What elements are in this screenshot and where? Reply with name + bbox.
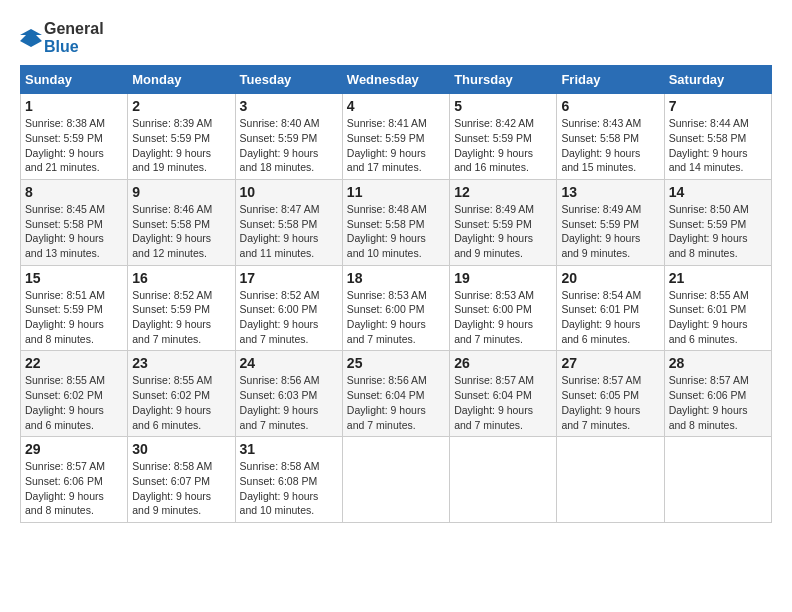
calendar-cell: 12 Sunrise: 8:49 AMSunset: 5:59 PMDaylig… xyxy=(450,179,557,265)
day-detail: Sunrise: 8:51 AMSunset: 5:59 PMDaylight:… xyxy=(25,289,105,345)
day-detail: Sunrise: 8:58 AMSunset: 6:08 PMDaylight:… xyxy=(240,460,320,516)
calendar-cell: 18 Sunrise: 8:53 AMSunset: 6:00 PMDaylig… xyxy=(342,265,449,351)
day-detail: Sunrise: 8:49 AMSunset: 5:59 PMDaylight:… xyxy=(454,203,534,259)
day-detail: Sunrise: 8:46 AMSunset: 5:58 PMDaylight:… xyxy=(132,203,212,259)
day-number: 14 xyxy=(669,184,767,200)
day-number: 21 xyxy=(669,270,767,286)
calendar-cell: 14 Sunrise: 8:50 AMSunset: 5:59 PMDaylig… xyxy=(664,179,771,265)
calendar-cell: 26 Sunrise: 8:57 AMSunset: 6:04 PMDaylig… xyxy=(450,351,557,437)
day-number: 2 xyxy=(132,98,230,114)
calendar-table: SundayMondayTuesdayWednesdayThursdayFrid… xyxy=(20,65,772,523)
calendar-cell: 31 Sunrise: 8:58 AMSunset: 6:08 PMDaylig… xyxy=(235,437,342,523)
day-number: 29 xyxy=(25,441,123,457)
day-number: 17 xyxy=(240,270,338,286)
day-number: 12 xyxy=(454,184,552,200)
day-number: 30 xyxy=(132,441,230,457)
day-number: 28 xyxy=(669,355,767,371)
day-detail: Sunrise: 8:55 AMSunset: 6:01 PMDaylight:… xyxy=(669,289,749,345)
svg-marker-0 xyxy=(20,29,42,47)
weekday-header: Thursday xyxy=(450,66,557,94)
day-detail: Sunrise: 8:40 AMSunset: 5:59 PMDaylight:… xyxy=(240,117,320,173)
day-detail: Sunrise: 8:49 AMSunset: 5:59 PMDaylight:… xyxy=(561,203,641,259)
day-number: 24 xyxy=(240,355,338,371)
calendar-week-row: 1 Sunrise: 8:38 AMSunset: 5:59 PMDayligh… xyxy=(21,94,772,180)
day-detail: Sunrise: 8:57 AMSunset: 6:06 PMDaylight:… xyxy=(669,374,749,430)
day-number: 20 xyxy=(561,270,659,286)
calendar-cell: 27 Sunrise: 8:57 AMSunset: 6:05 PMDaylig… xyxy=(557,351,664,437)
day-detail: Sunrise: 8:55 AMSunset: 6:02 PMDaylight:… xyxy=(25,374,105,430)
day-detail: Sunrise: 8:56 AMSunset: 6:04 PMDaylight:… xyxy=(347,374,427,430)
day-detail: Sunrise: 8:57 AMSunset: 6:06 PMDaylight:… xyxy=(25,460,105,516)
calendar-cell: 20 Sunrise: 8:54 AMSunset: 6:01 PMDaylig… xyxy=(557,265,664,351)
day-detail: Sunrise: 8:57 AMSunset: 6:05 PMDaylight:… xyxy=(561,374,641,430)
day-detail: Sunrise: 8:54 AMSunset: 6:01 PMDaylight:… xyxy=(561,289,641,345)
day-detail: Sunrise: 8:55 AMSunset: 6:02 PMDaylight:… xyxy=(132,374,212,430)
day-number: 10 xyxy=(240,184,338,200)
weekday-header: Sunday xyxy=(21,66,128,94)
day-detail: Sunrise: 8:52 AMSunset: 6:00 PMDaylight:… xyxy=(240,289,320,345)
calendar-cell: 28 Sunrise: 8:57 AMSunset: 6:06 PMDaylig… xyxy=(664,351,771,437)
calendar-cell: 4 Sunrise: 8:41 AMSunset: 5:59 PMDayligh… xyxy=(342,94,449,180)
weekday-header: Saturday xyxy=(664,66,771,94)
calendar-cell: 9 Sunrise: 8:46 AMSunset: 5:58 PMDayligh… xyxy=(128,179,235,265)
day-number: 5 xyxy=(454,98,552,114)
weekday-header: Tuesday xyxy=(235,66,342,94)
logo-blue: Blue xyxy=(44,38,79,55)
day-detail: Sunrise: 8:53 AMSunset: 6:00 PMDaylight:… xyxy=(454,289,534,345)
day-detail: Sunrise: 8:45 AMSunset: 5:58 PMDaylight:… xyxy=(25,203,105,259)
day-detail: Sunrise: 8:57 AMSunset: 6:04 PMDaylight:… xyxy=(454,374,534,430)
day-detail: Sunrise: 8:39 AMSunset: 5:59 PMDaylight:… xyxy=(132,117,212,173)
day-number: 26 xyxy=(454,355,552,371)
logo-general: General xyxy=(44,20,104,37)
day-number: 1 xyxy=(25,98,123,114)
day-number: 22 xyxy=(25,355,123,371)
day-number: 23 xyxy=(132,355,230,371)
day-number: 7 xyxy=(669,98,767,114)
calendar-cell xyxy=(450,437,557,523)
day-number: 8 xyxy=(25,184,123,200)
calendar-cell: 16 Sunrise: 8:52 AMSunset: 5:59 PMDaylig… xyxy=(128,265,235,351)
day-number: 15 xyxy=(25,270,123,286)
calendar-cell: 21 Sunrise: 8:55 AMSunset: 6:01 PMDaylig… xyxy=(664,265,771,351)
day-detail: Sunrise: 8:44 AMSunset: 5:58 PMDaylight:… xyxy=(669,117,749,173)
day-number: 4 xyxy=(347,98,445,114)
day-number: 11 xyxy=(347,184,445,200)
calendar-cell: 15 Sunrise: 8:51 AMSunset: 5:59 PMDaylig… xyxy=(21,265,128,351)
calendar-cell: 29 Sunrise: 8:57 AMSunset: 6:06 PMDaylig… xyxy=(21,437,128,523)
calendar-cell: 5 Sunrise: 8:42 AMSunset: 5:59 PMDayligh… xyxy=(450,94,557,180)
day-number: 19 xyxy=(454,270,552,286)
calendar-cell: 8 Sunrise: 8:45 AMSunset: 5:58 PMDayligh… xyxy=(21,179,128,265)
calendar-cell xyxy=(342,437,449,523)
weekday-header: Wednesday xyxy=(342,66,449,94)
calendar-cell: 19 Sunrise: 8:53 AMSunset: 6:00 PMDaylig… xyxy=(450,265,557,351)
day-number: 25 xyxy=(347,355,445,371)
day-detail: Sunrise: 8:58 AMSunset: 6:07 PMDaylight:… xyxy=(132,460,212,516)
weekday-header: Friday xyxy=(557,66,664,94)
day-detail: Sunrise: 8:42 AMSunset: 5:59 PMDaylight:… xyxy=(454,117,534,173)
day-number: 27 xyxy=(561,355,659,371)
day-detail: Sunrise: 8:48 AMSunset: 5:58 PMDaylight:… xyxy=(347,203,427,259)
day-number: 6 xyxy=(561,98,659,114)
calendar-cell: 13 Sunrise: 8:49 AMSunset: 5:59 PMDaylig… xyxy=(557,179,664,265)
calendar-cell: 17 Sunrise: 8:52 AMSunset: 6:00 PMDaylig… xyxy=(235,265,342,351)
day-detail: Sunrise: 8:53 AMSunset: 6:00 PMDaylight:… xyxy=(347,289,427,345)
calendar-week-row: 29 Sunrise: 8:57 AMSunset: 6:06 PMDaylig… xyxy=(21,437,772,523)
calendar-cell xyxy=(557,437,664,523)
calendar-cell: 1 Sunrise: 8:38 AMSunset: 5:59 PMDayligh… xyxy=(21,94,128,180)
calendar-cell: 10 Sunrise: 8:47 AMSunset: 5:58 PMDaylig… xyxy=(235,179,342,265)
day-number: 3 xyxy=(240,98,338,114)
calendar-cell: 30 Sunrise: 8:58 AMSunset: 6:07 PMDaylig… xyxy=(128,437,235,523)
day-number: 16 xyxy=(132,270,230,286)
calendar-cell: 2 Sunrise: 8:39 AMSunset: 5:59 PMDayligh… xyxy=(128,94,235,180)
day-number: 13 xyxy=(561,184,659,200)
day-detail: Sunrise: 8:41 AMSunset: 5:59 PMDaylight:… xyxy=(347,117,427,173)
calendar-week-row: 15 Sunrise: 8:51 AMSunset: 5:59 PMDaylig… xyxy=(21,265,772,351)
calendar-cell: 25 Sunrise: 8:56 AMSunset: 6:04 PMDaylig… xyxy=(342,351,449,437)
logo-bird-icon xyxy=(20,27,42,49)
day-detail: Sunrise: 8:43 AMSunset: 5:58 PMDaylight:… xyxy=(561,117,641,173)
calendar-cell: 11 Sunrise: 8:48 AMSunset: 5:58 PMDaylig… xyxy=(342,179,449,265)
calendar-cell: 3 Sunrise: 8:40 AMSunset: 5:59 PMDayligh… xyxy=(235,94,342,180)
calendar-cell: 6 Sunrise: 8:43 AMSunset: 5:58 PMDayligh… xyxy=(557,94,664,180)
day-number: 18 xyxy=(347,270,445,286)
logo-text: General Blue xyxy=(20,20,104,55)
